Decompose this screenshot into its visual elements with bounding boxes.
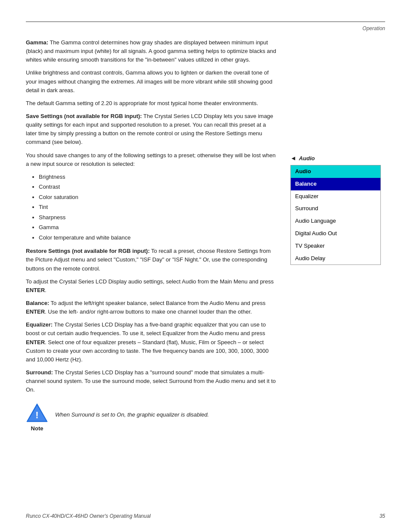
note-icon-container: ! Note [26,402,48,432]
surround-text: The Crystal Series LCD Display has a "su… [26,369,276,393]
page: Operation Gamma: The Gamma control deter… [0,0,411,532]
footer-page: 35 [380,513,385,519]
balance-text: To adjust the left/right speaker balance… [49,300,265,306]
note-label: Note [31,425,44,432]
footer-left: Runco CX-40HD/CX-46HD Owner's Operating … [26,513,151,519]
balance-text2: . Use the left- and/or right-arrow butto… [45,308,252,315]
save-settings-bold: Save Settings (not available for RGB inp… [26,113,142,119]
audio-intro-bold: ENTER [26,287,45,293]
main-content: Gamma: The Gamma control determines how … [26,38,385,436]
surround-bold: Surround: [26,369,53,376]
list-item: Sharpness [39,213,277,222]
header-rule [26,22,385,22]
balance-para: Balance: To adjust the left/right speake… [26,299,277,316]
settings-list: Brightness Contrast Color saturation Tin… [39,173,277,242]
list-item: Brightness [39,173,277,181]
list-item: Color saturation [39,193,277,202]
gamma-bold: Gamma: [26,39,48,46]
audio-menu-item-surround[interactable]: Surround [291,202,380,215]
audio-arrow-icon: ◄ [290,155,296,162]
audio-intro-para: To adjust the Crystal Series LCD Display… [26,277,277,295]
left-column: Gamma: The Gamma control determines how … [26,38,290,436]
note-icon: ! [26,402,48,424]
save-settings-para2: You should save changes to any of the fo… [26,151,277,168]
audio-section-title: Audio [299,155,315,162]
list-item: Contrast [39,183,277,191]
audio-intro-text: To adjust the Crystal Series LCD Display… [26,278,274,285]
svg-text:!: ! [35,410,38,420]
audio-menu-item-audio[interactable]: Audio [291,165,380,178]
audio-menu-wrapper: ◄ Audio Audio Balance Equalizer Surround… [290,155,385,265]
audio-intro-text2: . [45,287,47,293]
restore-settings-intro: Restore Settings (not available for RGB … [26,247,277,273]
audio-menu-item-audio-language[interactable]: Audio Language [291,215,380,227]
gamma-para2: Unlike brightness and contrast controls,… [26,68,277,94]
section-label: Operation [26,25,385,31]
save-settings-intro: Save Settings (not available for RGB inp… [26,112,277,147]
balance-enter: ENTER [26,308,45,315]
audio-menu-item-audio-delay[interactable]: Audio Delay [291,252,380,265]
equalizer-para: Equalizer: The Crystal Series LCD Displa… [26,320,277,364]
audio-menu-item-equalizer[interactable]: Equalizer [291,190,380,203]
gamma-text: The Gamma control determines how gray sh… [26,39,276,63]
audio-section-header: ◄ Audio [290,155,385,162]
note-text: When Surround is set to On, the graphic … [55,411,209,419]
right-column: ◄ Audio Audio Balance Equalizer Surround… [290,38,385,436]
equalizer-text: The Crystal Series LCD Display has a fiv… [26,321,266,336]
equalizer-enter: ENTER [26,339,45,345]
equalizer-text2: . Select one of four equalizer presets –… [26,339,268,363]
audio-menu-item-digital-audio-out[interactable]: Digital Audio Out [291,227,380,240]
footer: Runco CX-40HD/CX-46HD Owner's Operating … [26,513,385,519]
list-item: Color temperature and white balance [39,233,277,242]
list-item: Gamma [39,223,277,232]
restore-settings-bold: Restore Settings (not available for RGB … [26,248,149,254]
surround-para: Surround: The Crystal Series LCD Display… [26,368,277,394]
balance-bold: Balance: [26,300,49,306]
audio-menu-item-balance[interactable]: Balance [291,178,380,190]
gamma-intro: Gamma: The Gamma control determines how … [26,38,277,64]
list-item: Tint [39,203,277,212]
note-box: ! Note When Surround is set to On, the g… [26,402,277,432]
audio-menu: Audio Balance Equalizer Surround Audio L… [290,165,381,265]
equalizer-bold: Equalizer: [26,321,53,328]
audio-menu-item-tv-speaker[interactable]: TV Speaker [291,240,380,252]
gamma-para3: The default Gamma setting of 2.20 is app… [26,99,277,108]
